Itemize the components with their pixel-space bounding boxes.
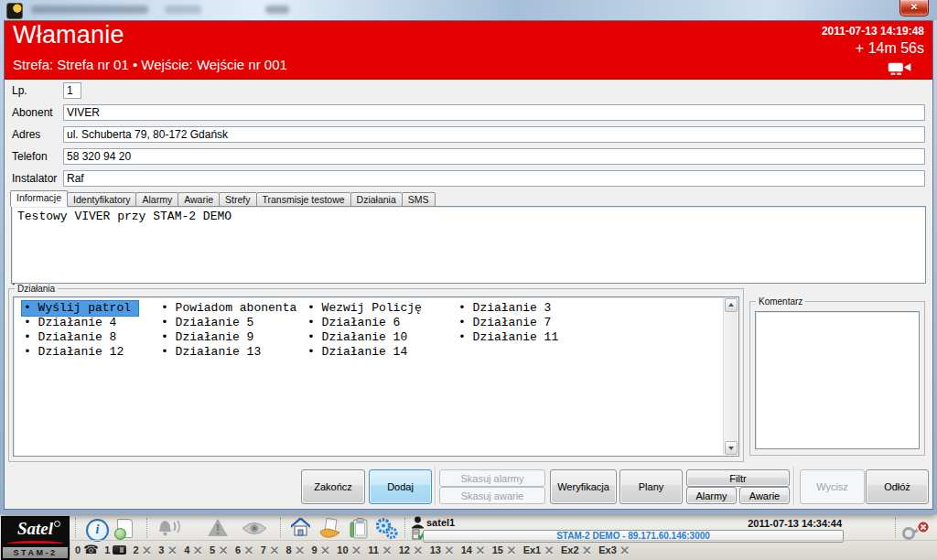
slot-status-icon bbox=[218, 544, 229, 555]
action-item[interactable]: Działanie 5 bbox=[159, 316, 261, 330]
tab[interactable]: Transmisje testowe bbox=[256, 192, 351, 207]
action-item[interactable]: Działanie 6 bbox=[306, 316, 407, 330]
slot-status-icon bbox=[113, 545, 126, 555]
channel-slot[interactable]: 3 bbox=[158, 544, 178, 555]
channel-slot[interactable]: 1 bbox=[104, 544, 126, 555]
blurred-title bbox=[31, 5, 148, 14]
channel-slot[interactable]: 12 bbox=[399, 544, 424, 555]
channel-slot[interactable]: 10 bbox=[337, 544, 361, 555]
action-item[interactable]: Działanie 10 bbox=[306, 330, 415, 345]
report-clock-icon[interactable] bbox=[117, 519, 133, 538]
channel-slot[interactable]: 0 bbox=[75, 544, 98, 555]
action-item[interactable]: Działanie 9 bbox=[159, 330, 261, 345]
channel-slot[interactable]: Ex2 bbox=[561, 544, 592, 555]
channel-slot[interactable]: 2 bbox=[133, 544, 152, 555]
action-item[interactable]: Działanie 8 bbox=[22, 330, 124, 345]
action-item[interactable]: Wyślij patrol bbox=[22, 301, 138, 316]
tab[interactable]: Awarie bbox=[178, 192, 220, 207]
key-logout-icon[interactable] bbox=[901, 520, 931, 542]
separator bbox=[280, 518, 281, 538]
action-item[interactable]: Działanie 7 bbox=[457, 316, 558, 330]
eye-icon[interactable] bbox=[242, 522, 267, 535]
action-item[interactable]: Działanie 3 bbox=[457, 301, 558, 316]
field-value[interactable]: 58 320 94 20 bbox=[63, 148, 925, 165]
logo-swoosh bbox=[7, 541, 63, 544]
comment-text-area[interactable] bbox=[755, 311, 920, 449]
verify-button[interactable]: Weryfikacja bbox=[550, 469, 617, 504]
scroll-up-icon[interactable] bbox=[725, 298, 738, 312]
satel-brand: Satel bbox=[2, 519, 69, 539]
plans-button[interactable]: Plany bbox=[619, 469, 683, 504]
channel-slot[interactable]: 11 bbox=[368, 544, 392, 555]
house-icon[interactable] bbox=[289, 518, 311, 538]
hand-card-icon[interactable] bbox=[318, 518, 342, 538]
channel-slot[interactable]: Ex3 bbox=[598, 544, 630, 555]
slot-number: Ex1 bbox=[523, 544, 542, 555]
slot-status-icon bbox=[506, 544, 517, 555]
channel-slot[interactable]: 8 bbox=[286, 544, 306, 555]
field-value[interactable]: 1 bbox=[63, 82, 81, 99]
info-text-area[interactable]: Testowy VIVER przy STAM-2 DEMO bbox=[11, 206, 926, 284]
field-label: Adres bbox=[12, 128, 40, 141]
postpone-button[interactable]: Odłóż bbox=[866, 469, 929, 504]
slot-number: 15 bbox=[492, 544, 503, 555]
filter-alarms-button[interactable]: Alarmy bbox=[686, 487, 737, 504]
tab[interactable]: Alarmy bbox=[135, 192, 178, 207]
tab[interactable]: Działania bbox=[350, 192, 403, 207]
camera-icon[interactable] bbox=[887, 60, 914, 76]
slot-status-icon bbox=[351, 544, 362, 555]
divider bbox=[70, 540, 937, 541]
channel-slot[interactable]: 4 bbox=[184, 544, 203, 555]
clear-alarms-button[interactable]: Skasuj alarmy bbox=[439, 469, 545, 487]
tab[interactable]: Identyfikatory bbox=[67, 192, 136, 207]
slot-status-icon bbox=[269, 544, 280, 555]
channel-slot[interactable]: 13 bbox=[430, 544, 455, 555]
tab[interactable]: Strefy bbox=[219, 192, 256, 207]
clear-faults-button[interactable]: Skasuj awarie bbox=[439, 487, 545, 504]
gears-icon[interactable] bbox=[373, 517, 399, 540]
separator bbox=[146, 518, 147, 538]
channel-slot[interactable]: 15 bbox=[492, 544, 517, 555]
action-item[interactable]: Działanie 13 bbox=[159, 345, 268, 360]
slot-status-icon bbox=[413, 544, 424, 555]
channel-slot[interactable]: 5 bbox=[210, 544, 229, 555]
slot-number: 0 bbox=[75, 544, 81, 555]
channel-slot[interactable]: Ex1 bbox=[523, 544, 555, 555]
mute-button[interactable]: Wycisz bbox=[800, 469, 865, 504]
action-item[interactable]: Powiadom abonenta bbox=[159, 301, 304, 316]
filter-faults-button[interactable]: Awarie bbox=[739, 487, 790, 504]
tab[interactable]: Informacje bbox=[10, 190, 68, 207]
slot-status-icon bbox=[295, 544, 306, 555]
actions-list: Wyślij patrol Powiadom abonenta Wezwij P… bbox=[13, 296, 739, 457]
channel-slot[interactable]: 14 bbox=[461, 544, 486, 555]
channel-slot[interactable]: 6 bbox=[235, 544, 254, 555]
scroll-down-icon[interactable] bbox=[725, 441, 738, 455]
filter-button[interactable]: Filtr bbox=[686, 469, 790, 487]
field-value[interactable]: ul. Schuberta 79, 80-172 Gdańsk bbox=[63, 126, 925, 143]
info-icon[interactable]: i bbox=[86, 519, 109, 542]
action-item[interactable]: Działanie 4 bbox=[22, 316, 124, 330]
clipboard-icon[interactable] bbox=[350, 518, 369, 539]
channel-slot-row: 0 1 2 3 4 bbox=[75, 542, 630, 558]
field-value[interactable]: VIVER bbox=[63, 104, 925, 121]
blurred-title bbox=[165, 5, 201, 14]
slot-status-icon bbox=[382, 544, 393, 555]
channel-slot[interactable]: 7 bbox=[261, 544, 280, 555]
action-item[interactable]: Działanie 14 bbox=[306, 345, 415, 360]
close-button[interactable]: ✕ bbox=[899, 0, 929, 16]
action-item[interactable]: Działanie 11 bbox=[457, 330, 565, 345]
warning-triangle-icon[interactable] bbox=[207, 518, 229, 537]
action-item[interactable]: Działanie 12 bbox=[22, 345, 131, 360]
slot-status-icon bbox=[320, 544, 331, 555]
bell-icon[interactable] bbox=[157, 518, 181, 538]
actions-scrollbar[interactable] bbox=[723, 298, 738, 455]
tab[interactable]: SMS bbox=[402, 192, 436, 207]
channel-slot[interactable]: 9 bbox=[311, 544, 330, 555]
titlebar[interactable]: ✕ bbox=[0, 0, 937, 20]
add-button[interactable]: Dodaj bbox=[369, 469, 432, 504]
slot-number: 3 bbox=[158, 544, 164, 555]
separator bbox=[895, 518, 896, 538]
field-value[interactable]: Raf bbox=[63, 170, 925, 187]
action-item[interactable]: Wezwij Policję bbox=[306, 301, 429, 316]
finish-button[interactable]: Zakończ bbox=[301, 469, 365, 504]
